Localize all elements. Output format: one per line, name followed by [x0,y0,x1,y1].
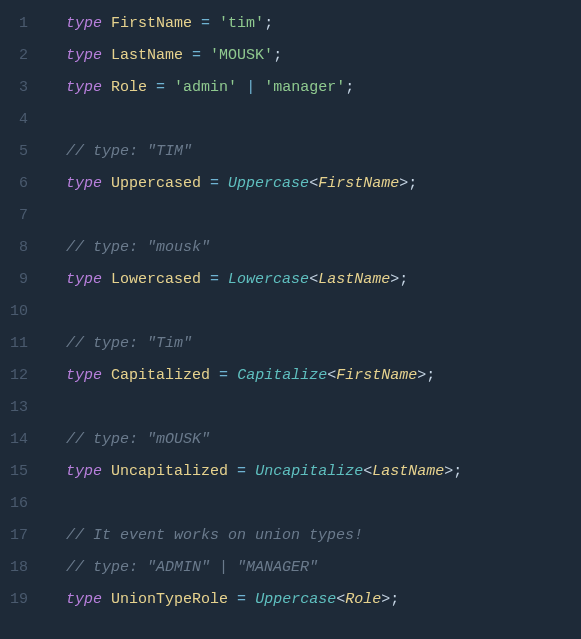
token-str: 'admin' [174,79,237,96]
line-number: 18 [0,552,48,584]
token-kw: type [66,271,102,288]
token-op: = [201,15,210,32]
code-content: type LastName = 'MOUSK'; [48,40,581,72]
code-content: // type: "mousk" [48,232,581,264]
code-line: 17 // It event works on union types! [0,520,581,552]
token-punct [165,79,174,96]
code-line: 15 type Uncapitalized = Uncapitalize<Las… [0,456,581,488]
code-line: 10 [0,296,581,328]
line-number: 9 [0,264,48,296]
line-number: 1 [0,8,48,40]
code-line: 12 type Capitalized = Capitalize<FirstNa… [0,360,581,392]
token-gentype: Role [345,591,381,608]
token-typename: FirstName [111,15,192,32]
code-line: 3 type Role = 'admin' | 'manager'; [0,72,581,104]
code-content: // type: "ADMIN" | "MANAGER" [48,552,581,584]
token-str: 'manager' [264,79,345,96]
token-punct [228,463,237,480]
token-typename: Role [111,79,147,96]
token-generic: Uppercase [255,591,336,608]
token-punct [228,367,237,384]
token-punct: < [336,591,345,608]
token-punct: >; [417,367,435,384]
code-content [48,488,581,520]
line-number: 14 [0,424,48,456]
code-line: 7 [0,200,581,232]
token-kw: type [66,15,102,32]
token-punct [237,79,246,96]
line-number: 7 [0,200,48,232]
line-number: 2 [0,40,48,72]
token-generic: Uncapitalize [255,463,363,480]
token-generic: Lowercase [228,271,309,288]
code-content: // It event works on union types! [48,520,581,552]
token-punct [246,463,255,480]
line-number: 15 [0,456,48,488]
token-punct [183,47,192,64]
token-kw: type [66,175,102,192]
token-punct: ; [264,15,273,32]
code-content: // type: "TIM" [48,136,581,168]
token-punct: < [327,367,336,384]
line-number: 8 [0,232,48,264]
code-content: type Lowercased = Lowercase<LastName>; [48,264,581,296]
token-punct [255,79,264,96]
code-line: 5 // type: "TIM" [0,136,581,168]
token-typename: LastName [111,47,183,64]
code-content [48,200,581,232]
token-typename: Lowercased [111,271,201,288]
code-line: 13 [0,392,581,424]
line-number: 16 [0,488,48,520]
token-punct [201,175,210,192]
token-op: = [210,271,219,288]
token-op: = [156,79,165,96]
token-punct [219,271,228,288]
code-content [48,104,581,136]
token-punct [102,463,111,480]
code-line: 19 type UnionTypeRole = Uppercase<Role>; [0,584,581,616]
token-gentype: FirstName [336,367,417,384]
line-number: 3 [0,72,48,104]
line-number: 19 [0,584,48,616]
token-punct: < [309,271,318,288]
token-punct [210,367,219,384]
token-punct: >; [390,271,408,288]
token-punct: < [363,463,372,480]
code-content: type Uncapitalized = Uncapitalize<LastNa… [48,456,581,488]
line-number: 5 [0,136,48,168]
code-content: type Capitalized = Capitalize<FirstName>… [48,360,581,392]
token-punct: < [309,175,318,192]
token-comment: // type: "mousk" [66,239,210,256]
code-content: // type: "Tim" [48,328,581,360]
token-kw: type [66,591,102,608]
line-number: 4 [0,104,48,136]
code-line: 9 type Lowercased = Lowercase<LastName>; [0,264,581,296]
token-punct: ; [273,47,282,64]
token-punct [102,591,111,608]
token-punct: >; [381,591,399,608]
code-line: 2 type LastName = 'MOUSK'; [0,40,581,72]
code-content: // type: "mOUSK" [48,424,581,456]
token-punct [102,367,111,384]
token-gentype: LastName [318,271,390,288]
token-op: = [219,367,228,384]
code-content: type Uppercased = Uppercase<FirstName>; [48,168,581,200]
token-gentype: FirstName [318,175,399,192]
token-op: = [237,591,246,608]
code-content: type Role = 'admin' | 'manager'; [48,72,581,104]
code-line: 14 // type: "mOUSK" [0,424,581,456]
token-gentype: LastName [372,463,444,480]
token-comment: // type: "ADMIN" | "MANAGER" [66,559,318,576]
token-punct [219,175,228,192]
token-punct [102,15,111,32]
token-generic: Uppercase [228,175,309,192]
token-str: 'MOUSK' [210,47,273,64]
code-content: type FirstName = 'tim'; [48,8,581,40]
code-line: 4 [0,104,581,136]
token-op: = [237,463,246,480]
line-number: 13 [0,392,48,424]
token-typename: Capitalized [111,367,210,384]
token-typename: UnionTypeRole [111,591,228,608]
token-op: | [246,79,255,96]
token-punct: >; [444,463,462,480]
